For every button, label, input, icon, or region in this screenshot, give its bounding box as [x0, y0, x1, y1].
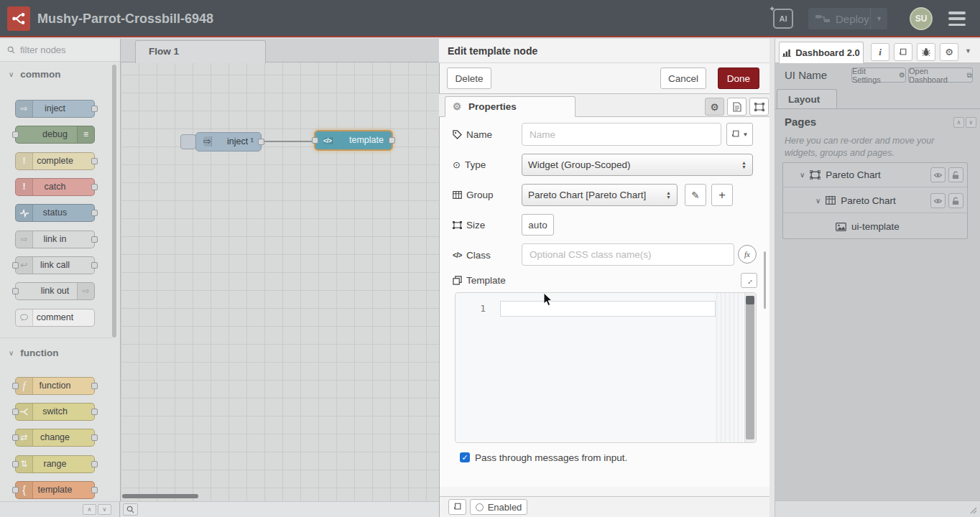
tab-properties[interactable]: ⚙ Properties — [445, 96, 575, 117]
palette-scrollbar[interactable] — [112, 65, 116, 337]
output-port[interactable] — [91, 236, 98, 243]
palette-node-range[interactable]: ⇅ range — [15, 455, 95, 473]
palette-node-link-call[interactable]: ↩ link call — [15, 256, 95, 274]
input-port[interactable] — [12, 288, 19, 294]
deploy-options-caret[interactable]: ▼ — [870, 8, 887, 29]
node-info-book-button[interactable] — [448, 499, 466, 515]
palette-category-common[interactable]: ∨ common — [9, 69, 61, 80]
palette-node-change[interactable]: ⇄ change — [15, 429, 95, 447]
label-options-button[interactable]: ▼ — [726, 123, 753, 146]
input-port[interactable] — [12, 131, 19, 138]
cancel-button[interactable]: Cancel — [660, 67, 706, 89]
output-port[interactable] — [91, 409, 98, 415]
output-port[interactable] — [91, 106, 98, 112]
canvas-node-inject[interactable]: ⇨ inject ¹ — [195, 132, 262, 152]
output-port[interactable] — [258, 139, 264, 145]
code-icon: </> — [323, 137, 333, 144]
input-port[interactable] — [12, 487, 19, 493]
chevron-down-icon: ∨ — [815, 197, 820, 205]
flow-canvas[interactable] — [121, 39, 439, 501]
group-lock-button[interactable] — [948, 193, 963, 208]
input-port[interactable] — [312, 137, 318, 144]
delete-button[interactable]: Delete — [447, 67, 491, 89]
workspace-title: Mushy-Parrot-Crossbill-6948 — [37, 0, 213, 37]
sidebar-settings-tab-button[interactable]: ⚙ — [940, 43, 958, 61]
page-lock-button[interactable] — [948, 167, 963, 182]
canvas-node-template-selected[interactable]: </> template — [314, 130, 393, 151]
output-port[interactable] — [91, 262, 98, 269]
sidebar-debug-tab-button[interactable] — [917, 43, 935, 61]
palette-node-link-out[interactable]: ⇨ link out — [15, 282, 95, 300]
edit-description-button[interactable] — [727, 98, 746, 116]
output-port[interactable] — [91, 434, 98, 441]
palette-category-function[interactable]: ∨ function — [9, 348, 59, 358]
palette-expand-categories-button[interactable]: ∨ — [98, 504, 111, 515]
deploy-button[interactable]: Deploy ▼ — [808, 8, 887, 29]
inject-trigger-button[interactable] — [180, 134, 196, 149]
output-port[interactable] — [91, 383, 98, 389]
output-port[interactable] — [91, 210, 98, 216]
ai-assistant-button[interactable]: AI — [773, 9, 793, 29]
output-port[interactable] — [91, 461, 98, 467]
tab-dashboard-2[interactable]: Dashboard 2.0 — [779, 42, 864, 63]
editor-scrollbar-thumb[interactable] — [746, 296, 754, 439]
input-port[interactable] — [12, 383, 19, 389]
add-group-button[interactable]: + — [711, 184, 733, 206]
tab-flow-1[interactable]: Flow 1 — [135, 40, 266, 63]
node-enabled-toggle[interactable]: Enabled — [470, 499, 527, 515]
expand-editor-button[interactable]: ↔ — [741, 273, 757, 288]
input-port[interactable] — [12, 461, 19, 467]
palette-node-function[interactable]: f function — [15, 377, 95, 395]
dialog-title: Edit template node — [439, 39, 770, 63]
sidebar-info-tab-button[interactable]: i — [871, 43, 889, 61]
palette-node-debug[interactable]: ≡ debug — [15, 126, 95, 144]
edit-group-button[interactable]: ✎ — [685, 184, 706, 206]
done-button[interactable]: Done — [718, 67, 759, 89]
input-port[interactable] — [12, 409, 19, 415]
palette-node-switch[interactable]: switch — [15, 403, 95, 421]
palette-search[interactable]: filter nodes — [0, 39, 120, 62]
node-appearance-button[interactable] — [749, 98, 769, 116]
palette-node-status[interactable]: status — [15, 204, 95, 222]
canvas-zoom-search-button[interactable] — [123, 503, 138, 516]
edit-settings-button[interactable]: Edit Settings ⚙ — [851, 67, 906, 83]
palette-node-catch[interactable]: ! catch — [15, 178, 95, 196]
class-input[interactable] — [522, 243, 734, 266]
sidebar-help-tab-button[interactable] — [894, 43, 912, 61]
expand-all-button[interactable]: ∨ — [966, 117, 976, 128]
resize-grip-icon[interactable] — [970, 507, 977, 514]
palette-node-link-in[interactable]: ⇨ link in — [15, 230, 95, 248]
palette-node-inject[interactable]: ⇨ inject — [15, 100, 95, 118]
collapse-all-button[interactable]: ∧ — [953, 117, 964, 128]
group-select[interactable]: Pareto Chart [Pareto Chart] ▲▼ — [522, 184, 678, 206]
passthrough-checkbox[interactable]: ✓ — [460, 452, 470, 462]
name-input[interactable] — [522, 123, 721, 146]
output-port[interactable] — [91, 184, 98, 190]
fx-dynamic-property-button[interactable]: fx — [738, 245, 757, 264]
input-port[interactable] — [12, 434, 19, 441]
palette-node-comment[interactable]: comment — [15, 309, 95, 327]
palette-node-template[interactable]: { template — [15, 481, 95, 499]
open-dashboard-button[interactable]: Open Dashboard ⧉ — [908, 67, 973, 83]
dialog-scrollbar[interactable] — [764, 251, 766, 309]
page-visibility-button[interactable] — [930, 167, 946, 182]
tab-layout[interactable]: Layout — [777, 89, 837, 109]
sidebar-resize-grip[interactable] — [769, 39, 775, 517]
group-visibility-button[interactable] — [930, 193, 946, 208]
output-port[interactable] — [389, 137, 395, 144]
edit-properties-button[interactable]: ⚙ — [705, 98, 724, 116]
output-port[interactable] — [91, 487, 98, 493]
type-select[interactable]: Widget (Group-Scoped) ▲▼ — [522, 154, 753, 176]
palette-node-complete[interactable]: ! complete — [15, 152, 95, 170]
palette-collapse-categories-button[interactable]: ∧ — [83, 504, 96, 515]
output-port[interactable] — [91, 158, 98, 164]
type-field-label: ⊙ Type — [453, 159, 486, 170]
tree-row-widget-ui-template[interactable]: ui-template — [783, 214, 967, 239]
palette-node-label: comment — [37, 312, 73, 322]
canvas-horizontal-scrollbar[interactable] — [122, 494, 198, 498]
input-port[interactable] — [12, 262, 19, 269]
main-menu-button[interactable] — [948, 11, 966, 26]
user-avatar[interactable]: SU — [910, 7, 933, 30]
sidebar-tab-list-caret[interactable]: ▼ — [965, 47, 971, 55]
size-button[interactable]: auto — [522, 214, 554, 236]
